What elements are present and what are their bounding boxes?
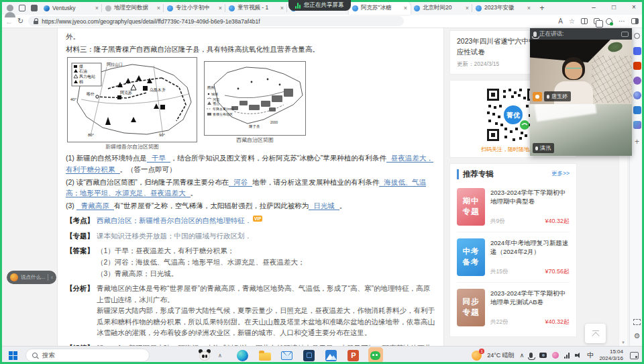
tab-close-icon[interactable]: × bbox=[527, 5, 531, 11]
taskbar-mail-icon[interactable] bbox=[280, 347, 294, 363]
maximize-button[interactable]: □ bbox=[604, 0, 624, 13]
window-controls: – □ × bbox=[584, 0, 644, 13]
browser-tab-primary-school[interactable]: 专注小学初中 × bbox=[164, 1, 225, 15]
sidebar-toggle-icon[interactable] bbox=[631, 18, 639, 24]
album-title[interactable]: 2024年中考地理复习新题速递（2024年2月） bbox=[490, 238, 570, 257]
tab-actions-icon[interactable] bbox=[16, 1, 28, 15]
minimize-button[interactable]: – bbox=[584, 0, 604, 13]
more-menu-icon[interactable]: ⋯ bbox=[619, 17, 625, 25]
partial-line: 外。 bbox=[66, 31, 435, 42]
svg-text:雪山: 雪山 bbox=[213, 101, 219, 105]
video-call-panel[interactable]: 正在讲话: 唐玉婷 满汛 bbox=[530, 28, 632, 156]
tab-close-icon[interactable]: × bbox=[404, 5, 407, 11]
plant-decor bbox=[607, 40, 624, 53]
comment-input-pill[interactable]: 说点什么... ‹ bbox=[7, 271, 56, 284]
lock-icon bbox=[34, 21, 38, 24]
sidebar-settings-icon[interactable]: ⚙ bbox=[634, 332, 641, 340]
sidebar-search-icon[interactable] bbox=[633, 32, 641, 40]
album-count: 共15份 bbox=[490, 268, 508, 276]
browser-tab-akesu-active[interactable]: 阿克苏"冰糖 × bbox=[349, 1, 411, 15]
album-title[interactable]: 2023-2024学年下学期初中地理期中典型卷 bbox=[490, 188, 570, 207]
tab-close-icon[interactable]: × bbox=[466, 5, 469, 11]
sidebar-apps-icon[interactable] bbox=[633, 121, 641, 129]
notification-badge: 1 bbox=[479, 349, 484, 354]
read-aloud-icon[interactable]: A bbox=[558, 17, 563, 25]
participant-2-name: 满汛 bbox=[540, 144, 551, 152]
tibet-map: 图例 城镇 河流 雪山 年降水量(mm) 青稞分布地区 隆子县 bbox=[204, 61, 306, 136]
sidebar-clipchamp-icon[interactable] bbox=[633, 106, 641, 114]
taskbar-overflow-icon[interactable]: ∧ bbox=[218, 353, 222, 359]
back-to-top-button[interactable] bbox=[585, 324, 606, 343]
scroll-down-icon[interactable]: ▾ bbox=[622, 339, 625, 346]
tray-camera-icon[interactable] bbox=[539, 353, 547, 358]
tab-close-icon[interactable]: × bbox=[280, 5, 284, 11]
browser-essentials-icon[interactable] bbox=[606, 18, 612, 25]
browser-tab-beijing-time[interactable]: 北京时间20 × bbox=[411, 1, 472, 15]
svg-text:城镇: 城镇 bbox=[211, 92, 218, 96]
tray-mic-icon[interactable] bbox=[529, 353, 533, 358]
ime-indicator[interactable]: 中 bbox=[587, 351, 594, 360]
albums-more-link[interactable]: 更多>> bbox=[551, 170, 570, 178]
browser-tab-video[interactable]: 童节视频 - 1 × bbox=[225, 1, 287, 15]
taskbar-search-box[interactable]: 搜索 bbox=[25, 349, 150, 362]
split-screen-icon[interactable] bbox=[581, 18, 588, 24]
browser-tab-anhui[interactable]: 2023年安徽 × bbox=[472, 1, 534, 15]
window-light bbox=[535, 104, 597, 122]
collections-icon[interactable] bbox=[594, 18, 600, 24]
back-icon[interactable]: ← bbox=[5, 17, 13, 26]
zhuanti-text[interactable]: 课本知识迁移类开放题；中国的疆域与行政区划． bbox=[97, 230, 435, 242]
camera-switch-icon[interactable] bbox=[621, 32, 629, 37]
svg-text:喀什: 喀什 bbox=[87, 91, 95, 97]
profile-icon[interactable] bbox=[4, 1, 16, 15]
weather-text[interactable]: 24°C 晴朗 bbox=[487, 351, 515, 360]
taskbar-app-dark-icon[interactable] bbox=[302, 347, 317, 363]
tab-close-icon[interactable]: × bbox=[95, 5, 99, 11]
vertical-tabs-icon[interactable] bbox=[28, 1, 40, 15]
album-item[interactable]: 同步专题 2023-2024学年下学期初中地理单元测试AB卷 共22份 ¥40.… bbox=[457, 283, 570, 332]
volume-icon[interactable] bbox=[575, 353, 582, 359]
taskbar-explorer-icon[interactable] bbox=[258, 347, 272, 363]
screen-share-toast[interactable]: 您正在共享屏幕 bbox=[288, 0, 351, 11]
sidebar-discover-icon[interactable] bbox=[633, 91, 641, 99]
sidebar-add-icon[interactable]: + bbox=[635, 137, 639, 146]
sidebar-people-icon[interactable] bbox=[633, 77, 641, 85]
taskbar-edge-icon[interactable] bbox=[235, 347, 250, 363]
collapse-chevron-icon[interactable]: ‹ bbox=[51, 274, 53, 281]
kaodian-links[interactable]: 西藏自治区；新疆维吾尔自治区的自然地理特征． bbox=[97, 216, 252, 224]
browser-tab-geo-data[interactable]: 地理空间数据 × bbox=[102, 1, 164, 15]
url-text[interactable]: https://www.jyeoo.com/geography/ques/det… bbox=[42, 18, 260, 25]
section-daan: 【答案】 （1）干旱；昼夜温差大，有利于糖分积累； （2）河谷；海拔低、气温高；… bbox=[66, 245, 435, 279]
video-feed-participant-1[interactable]: 唐玉婷 bbox=[530, 40, 632, 104]
taskbar-app-blue-icon[interactable] bbox=[324, 347, 339, 363]
comment-placeholder[interactable]: 说点什么... bbox=[21, 274, 45, 281]
taskbar-clock[interactable]: 15:04 2024/3/16 bbox=[599, 349, 623, 362]
taskbar-wechat-icon[interactable] bbox=[368, 347, 383, 363]
browser-tab-ventusky[interactable]: Ventusky × bbox=[40, 1, 102, 15]
start-button[interactable] bbox=[5, 348, 20, 363]
sidebar-shopping-icon[interactable] bbox=[633, 47, 641, 55]
refresh-icon[interactable]: ↻ bbox=[17, 17, 23, 26]
album-title[interactable]: 2023-2024学年下学期初中地理单元测试AB卷 bbox=[490, 289, 570, 308]
comment-avatar bbox=[10, 273, 18, 281]
tray-expand-icon[interactable]: ∧ bbox=[520, 352, 525, 359]
close-button[interactable]: × bbox=[624, 0, 644, 13]
taskbar-powerpoint-icon[interactable]: P bbox=[346, 347, 361, 363]
screenshot-icon[interactable] bbox=[633, 319, 641, 325]
participant-1-nametag: 唐玉婷 bbox=[533, 91, 571, 101]
tray-app-pink-icon[interactable] bbox=[552, 352, 559, 359]
tab-close-icon[interactable]: × bbox=[219, 5, 222, 11]
weather-icon[interactable]: 1 bbox=[472, 351, 482, 361]
new-tab-button[interactable]: + bbox=[537, 3, 547, 13]
svg-text:棉: 棉 bbox=[79, 80, 83, 84]
network-icon[interactable] bbox=[564, 353, 570, 359]
svg-text:煤: 煤 bbox=[79, 64, 83, 69]
album-item[interactable]: 期中专题 2023-2024学年下学期初中地理期中典型卷 共9份 ¥40.32起 bbox=[457, 182, 570, 232]
address-bar[interactable]: https://www.jyeoo.com/geography/ques/det… bbox=[28, 16, 404, 26]
tab-close-icon[interactable]: × bbox=[157, 5, 160, 11]
sidebar-tools-icon[interactable] bbox=[633, 62, 641, 70]
notification-center-icon[interactable] bbox=[630, 352, 639, 359]
album-item[interactable]: 中考备考 2024年中考地理复习新题速递（2024年2月） 共15份 ¥70.5… bbox=[457, 232, 570, 283]
video-feed-participant-2[interactable]: 满汛 bbox=[530, 104, 632, 156]
favorite-star-icon[interactable]: ☆ bbox=[569, 17, 575, 25]
speaking-status: 正在讲话: bbox=[539, 30, 619, 38]
